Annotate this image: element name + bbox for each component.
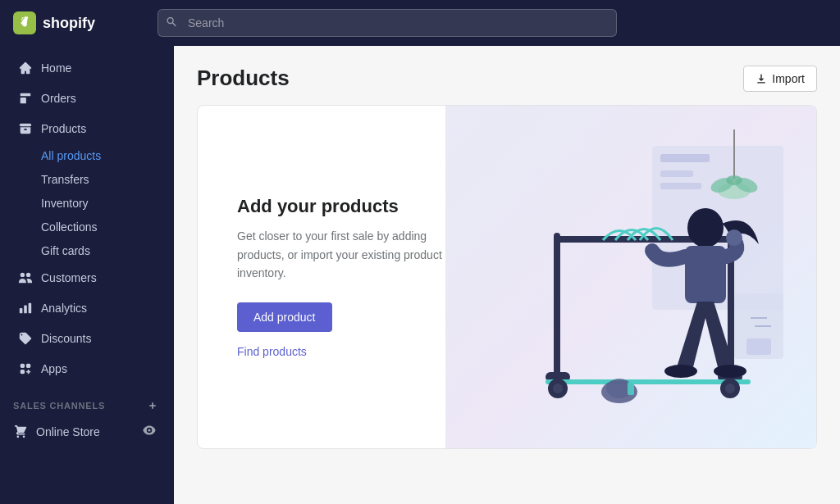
illustration-svg — [488, 129, 800, 425]
app-body: Home Orders Products All products Transf — [0, 46, 840, 504]
shopify-logo-icon — [13, 11, 36, 34]
svg-rect-26 — [628, 382, 634, 395]
empty-state-content: Add your products Get closer to your fir… — [198, 157, 509, 397]
products-icon — [18, 121, 33, 136]
discounts-icon — [18, 331, 33, 346]
sidebar-subitem-inventory[interactable]: Inventory — [5, 192, 169, 215]
online-store-icon — [13, 425, 28, 439]
sidebar-item-analytics-label: Analytics — [41, 302, 87, 315]
sidebar-item-home[interactable]: Home — [5, 53, 169, 83]
svg-rect-10 — [554, 233, 560, 380]
svg-point-17 — [553, 384, 563, 393]
sidebar-item-customers[interactable]: Customers — [5, 263, 169, 293]
sidebar-item-orders-label: Orders — [41, 92, 76, 105]
home-icon — [18, 61, 33, 75]
svg-point-8 — [726, 175, 742, 185]
sidebar-item-discounts[interactable]: Discounts — [5, 324, 169, 353]
search-bar[interactable] — [158, 9, 617, 37]
shopify-logo-text: shopify — [43, 15, 95, 32]
empty-state-card: Add your products Get closer to your fir… — [197, 105, 817, 449]
eye-icon[interactable] — [143, 424, 156, 439]
svg-rect-28 — [746, 338, 771, 355]
shopify-logo: shopify — [13, 11, 144, 34]
svg-rect-14 — [546, 379, 751, 384]
sidebar: Home Orders Products All products Transf — [0, 46, 174, 504]
online-store-label: Online Store — [36, 425, 100, 438]
customers-icon — [18, 270, 33, 285]
svg-point-23 — [714, 365, 746, 378]
svg-rect-2 — [660, 170, 693, 177]
search-icon — [166, 16, 177, 30]
svg-rect-3 — [660, 183, 701, 189]
sidebar-item-online-store[interactable]: Online Store — [5, 418, 169, 445]
sales-channels-label: SALES CHANNELS — [13, 401, 105, 411]
sidebar-item-products-label: Products — [41, 122, 86, 135]
sidebar-subitem-all-products[interactable]: All products — [5, 144, 169, 167]
sidebar-subitem-gift-cards[interactable]: Gift cards — [5, 239, 169, 262]
sidebar-subitem-transfers[interactable]: Transfers — [5, 168, 169, 191]
sidebar-subitem-collections[interactable]: Collections — [5, 216, 169, 238]
svg-point-18 — [725, 384, 735, 393]
sidebar-item-orders[interactable]: Orders — [5, 84, 169, 113]
svg-point-21 — [726, 229, 742, 246]
empty-state-description: Get closer to your first sale by adding … — [237, 227, 470, 282]
main-content: Products Import Add your products Get cl… — [174, 46, 840, 504]
sidebar-item-discounts-label: Discounts — [41, 332, 91, 345]
search-input[interactable] — [158, 9, 617, 37]
svg-point-19 — [687, 208, 724, 247]
sales-channels-section: SALES CHANNELS — [0, 384, 174, 417]
analytics-icon — [18, 301, 33, 316]
apps-icon — [18, 361, 33, 376]
online-store-left: Online Store — [13, 425, 100, 439]
import-button-label: Import — [772, 72, 805, 85]
add-product-button[interactable]: Add product — [237, 302, 332, 332]
sidebar-item-home-label: Home — [41, 61, 71, 75]
empty-state-title: Add your products — [237, 196, 470, 217]
sidebar-item-apps[interactable]: Apps — [5, 354, 169, 384]
page-title: Products — [197, 66, 290, 91]
orders-icon — [18, 91, 33, 106]
sidebar-item-apps-label: Apps — [41, 362, 67, 375]
find-products-link[interactable]: Find products — [237, 345, 470, 358]
page-header: Products Import — [197, 66, 817, 92]
svg-point-22 — [664, 365, 697, 378]
import-button[interactable]: Import — [743, 66, 817, 92]
add-sales-channel-button[interactable] — [144, 397, 161, 414]
sidebar-item-customers-label: Customers — [41, 271, 97, 284]
sidebar-item-analytics[interactable]: Analytics — [5, 293, 169, 323]
top-nav: shopify — [0, 0, 840, 46]
svg-rect-1 — [660, 154, 710, 162]
sidebar-item-products[interactable]: Products — [5, 114, 169, 143]
